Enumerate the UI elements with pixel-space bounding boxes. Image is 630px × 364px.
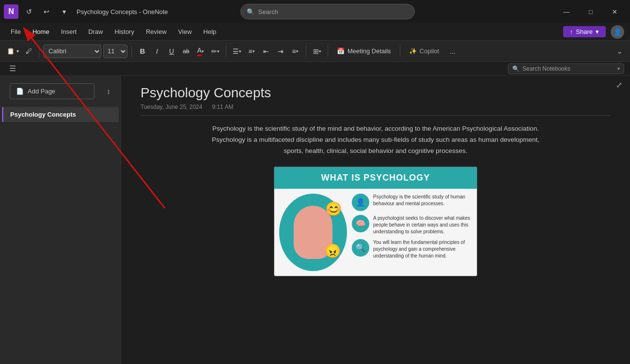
infographic-block-3: 🔍 You will learn the fundamental princip… (352, 239, 472, 259)
share-button[interactable]: ↑ Share ▾ (563, 26, 606, 37)
more-options-button[interactable]: ... (446, 45, 459, 58)
infographic-block-1: 👤 Psychology is the scientific study of … (352, 194, 472, 211)
separator-6 (400, 46, 400, 57)
maximize-button[interactable]: □ (580, 4, 602, 19)
menu-draw[interactable]: Draw (83, 26, 108, 37)
info-icon-2: 🧠 (352, 215, 369, 232)
styles-button[interactable]: ⊞▾ (310, 45, 324, 58)
format-group: B I U ab A ▾ ✏ ▾ (136, 45, 222, 58)
infographic-text-area: 👤 Psychology is the scientific study of … (352, 194, 472, 271)
indent-more-button[interactable]: ⇥ (274, 45, 287, 58)
font-size-select[interactable]: 11 (103, 45, 127, 58)
share-label: Share (576, 28, 593, 35)
menu-review[interactable]: Review (141, 26, 172, 37)
italic-button[interactable]: I (150, 45, 164, 58)
clipboard-dropdown[interactable]: ▾ (16, 48, 19, 54)
eraser-button[interactable]: 🖊 (23, 44, 35, 59)
window-controls: — □ ✕ (555, 4, 626, 19)
global-search-box[interactable]: 🔍 Search (240, 4, 415, 19)
font-color-icon: A (197, 46, 202, 56)
separator-4 (306, 46, 306, 57)
styles-group: ⊞▾ (310, 45, 324, 58)
menu-file[interactable]: File (6, 26, 26, 37)
eraser-icon: 🖊 (26, 47, 32, 55)
underline-button[interactable]: U (165, 45, 178, 58)
meeting-details-label: Meeting Details (347, 47, 391, 55)
meeting-details-button[interactable]: 📅 Meeting Details (332, 46, 396, 57)
page-list-item[interactable]: Psychology Concepts (2, 107, 119, 122)
main-area: 📄 Add Page ↕ Psychology Concepts ⤢ Psych… (0, 76, 630, 364)
happy-emoji: 😊 (325, 201, 342, 217)
search-notebooks-dropdown[interactable]: ▾ (617, 66, 620, 71)
page-title: Psychology Concepts (141, 85, 611, 101)
clipboard-group: 📋 ▾ 🖊 (4, 44, 35, 59)
info-text-1: Psychology is the scientific study of hu… (373, 194, 472, 207)
sub-toolbar: ☰ 🔍 Search Notebooks ▾ (0, 62, 630, 76)
separator-5 (328, 46, 328, 57)
back-button[interactable]: ↺ (22, 5, 36, 18)
angry-emoji: 😠 (324, 243, 341, 259)
infographic-header: WHAT IS PSYCHOLOGY (274, 167, 477, 189)
onenote-logo: N (4, 4, 18, 19)
copilot-label: Copilot (420, 47, 439, 55)
info-text-3: You will learn the fundamental principle… (373, 239, 472, 259)
search-placeholder: Search (258, 8, 278, 15)
highlight-icon: ✏ (211, 47, 217, 55)
collapse-toolbar-button[interactable]: ⌄ (613, 45, 626, 58)
search-icon: 🔍 (247, 8, 254, 15)
search-notebooks-label: Search Notebooks (522, 65, 570, 72)
undo-button[interactable]: ↩ (40, 5, 53, 18)
bullets-button[interactable]: ☰▾ (230, 45, 244, 58)
indent-less-button[interactable]: ⇤ (259, 45, 273, 58)
highlight-button[interactable]: ✏ ▾ (208, 45, 222, 58)
share-icon: ↑ (570, 28, 573, 35)
list-group: ☰▾ ≡▾ ⇤ ⇥ ≡▾ (230, 45, 302, 58)
menu-history[interactable]: History (110, 26, 139, 37)
close-button[interactable]: ✕ (604, 4, 626, 19)
window-title: Psychology Concepts - OneNote (77, 8, 168, 15)
separator-2 (131, 46, 132, 57)
info-text-2: A psychologist seeks to discover what ma… (373, 215, 472, 235)
title-bar: N ↺ ↩ ▾ Psychology Concepts - OneNote 🔍 … (0, 0, 630, 23)
menu-bar: File Home Insert Draw History Review Vie… (0, 23, 630, 41)
menu-insert[interactable]: Insert (56, 26, 82, 37)
meeting-details-icon: 📅 (337, 47, 345, 55)
separator-3 (226, 46, 226, 57)
add-page-label: Add Page (28, 88, 55, 95)
clipboard-icon: 📋 (7, 47, 15, 55)
add-page-button[interactable]: 📄 Add Page (10, 83, 94, 99)
face-silhouette: 😊 😠 (294, 206, 332, 259)
page-time: 9:11 AM (212, 104, 233, 110)
sidebar: 📄 Add Page ↕ Psychology Concepts (0, 76, 121, 364)
font-family-select[interactable]: Calibri (43, 45, 101, 58)
search-notebooks-icon: 🔍 (512, 65, 520, 72)
font-color-button[interactable]: A ▾ (194, 45, 207, 58)
user-profile-icon[interactable]: 👤 (611, 25, 624, 39)
page-date: Tuesday, June 25, 2024 (141, 104, 202, 110)
share-dropdown-arrow: ▾ (596, 28, 599, 35)
infographic-body: 😊 😠 👤 Psychology is the scientific study… (274, 189, 477, 276)
page-metadata: Tuesday, June 25, 2024 9:11 AM (141, 104, 611, 116)
infographic: WHAT IS PSYCHOLOGY 😊 😠 👤 Psychology is t… (274, 167, 477, 276)
copilot-button[interactable]: ✨ Copilot (404, 46, 444, 57)
numbering-button[interactable]: ≡▾ (245, 45, 258, 58)
search-notebooks-box[interactable]: 🔍 Search Notebooks ▾ (508, 63, 624, 74)
sidebar-header: 📄 Add Page ↕ (0, 76, 121, 107)
menu-home[interactable]: Home (28, 26, 54, 37)
content-area: ⤢ Psychology Concepts Tuesday, June 25, … (121, 76, 630, 364)
hamburger-menu-button[interactable]: ☰ (6, 62, 19, 76)
minimize-button[interactable]: — (555, 4, 578, 19)
align-button[interactable]: ≡▾ (288, 45, 302, 58)
brain-illustration: 😊 😠 (279, 194, 347, 271)
menu-help[interactable]: Help (199, 26, 221, 37)
menu-view[interactable]: View (173, 26, 197, 37)
clipboard-button[interactable]: 📋 ▾ (4, 44, 22, 59)
bold-button[interactable]: B (136, 45, 149, 58)
separator-1 (39, 46, 39, 57)
quick-access-dropdown[interactable]: ▾ (57, 5, 71, 18)
info-icon-3: 🔍 (352, 239, 369, 257)
strikethrough-button[interactable]: ab (179, 45, 193, 58)
expand-view-button[interactable]: ⤢ (616, 80, 622, 90)
sort-pages-button[interactable]: ↕ (102, 85, 115, 98)
infographic-block-2: 🧠 A psychologist seeks to discover what … (352, 215, 472, 235)
